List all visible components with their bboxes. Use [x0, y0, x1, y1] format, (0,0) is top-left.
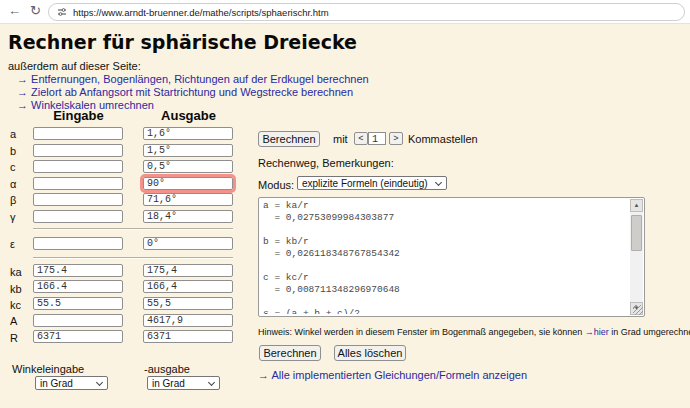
divider [33, 257, 233, 259]
link-entfernungen[interactable]: → Entfernungen, Bogenlängen, Richtungen … [17, 73, 369, 85]
modus-label: Modus: [258, 179, 294, 191]
input-kc[interactable] [33, 297, 123, 310]
row-label-a: a [10, 128, 32, 140]
resize-grip[interactable] [633, 305, 643, 315]
column-header-ausgabe: Ausgabe [140, 108, 237, 123]
output-ka[interactable] [143, 264, 233, 277]
chevron-down-icon [96, 379, 103, 386]
output-epsilon[interactable] [143, 237, 233, 250]
reload-icon[interactable]: ↻ [30, 3, 41, 18]
modus-value: explizite Formeln (eindeutig) [302, 178, 428, 189]
winkelausgabe-label: -ausgabe [144, 363, 190, 375]
output-c[interactable] [143, 160, 233, 173]
site-info-icon[interactable] [57, 7, 67, 17]
back-icon[interactable]: ← [8, 3, 21, 18]
scrollbar[interactable]: ▲ ▼ [630, 199, 643, 315]
browser-toolbar: ← ↻ https://www.arndt-bruenner.de/mathe/… [0, 0, 690, 24]
scrollbar-thumb[interactable] [631, 215, 642, 251]
rechenweg-label: Rechenweg, Bemerkungen: [258, 157, 394, 169]
row-label-c: c [10, 161, 32, 173]
berechnen-button-top[interactable]: Berechnen [258, 131, 320, 147]
address-bar[interactable]: https://www.arndt-bruenner.de/mathe/scri… [48, 3, 685, 21]
input-R[interactable] [33, 330, 123, 343]
row-label-R: R [10, 332, 32, 344]
alles-loeschen-button[interactable]: Alles löschen [334, 345, 406, 361]
row-label-alpha: α [10, 178, 32, 190]
page-root: ← ↻ https://www.arndt-bruenner.de/mathe/… [0, 0, 690, 408]
row-label-A: A [10, 315, 32, 327]
rechenweg-text: a = ka/r = 0,02753099984303877 b = kb/r … [263, 200, 628, 314]
output-kc[interactable] [143, 297, 233, 310]
output-gamma[interactable] [143, 210, 233, 223]
column-header-eingabe: Eingabe [30, 108, 127, 123]
page-title: Rechner für sphärische Dreiecke [8, 31, 357, 53]
also-on-page-label: außerdem auf dieser Seite: [8, 60, 141, 72]
decimals-decrement-button[interactable]: < [354, 132, 368, 145]
row-label-kc: kc [10, 299, 32, 311]
output-alpha-highlighted[interactable] [143, 177, 233, 190]
angle-input-unit-value: in Grad [40, 378, 73, 389]
input-beta[interactable] [33, 193, 123, 206]
berechnen-button-bottom[interactable]: Berechnen [259, 345, 321, 361]
output-A[interactable] [143, 314, 233, 327]
angle-input-unit-select[interactable]: in Grad [35, 376, 108, 390]
input-A[interactable] [33, 314, 123, 327]
url-text: https://www.arndt-bruenner.de/mathe/scri… [73, 7, 329, 18]
chevron-down-icon [208, 379, 215, 386]
chevron-down-icon [435, 179, 442, 186]
output-R[interactable] [143, 330, 233, 343]
winkeleingabe-label: Winkeleingabe [12, 363, 84, 375]
input-ka[interactable] [33, 264, 123, 277]
scroll-up-icon[interactable]: ▲ [630, 199, 643, 212]
row-label-epsilon: ε [10, 238, 32, 250]
hinweis-text: Hinweis: Winkel werden in diesem Fenster… [258, 327, 690, 337]
decimals-increment-button[interactable]: > [389, 132, 403, 145]
input-alpha[interactable] [33, 177, 123, 190]
angle-output-unit-value: in Grad [152, 378, 185, 389]
input-gamma[interactable] [33, 210, 123, 223]
link-zielort[interactable]: → Zielort ab Anfangsort mit Startrichtun… [17, 86, 353, 98]
row-label-gamma: γ [10, 211, 32, 223]
input-epsilon[interactable] [33, 237, 123, 250]
modus-select[interactable]: explizite Formeln (eindeutig) [297, 176, 447, 190]
row-label-kb: kb [10, 283, 32, 295]
output-beta[interactable] [143, 193, 233, 206]
hier-link[interactable]: →hier [585, 327, 609, 337]
input-c[interactable] [33, 160, 123, 173]
output-a[interactable] [143, 127, 233, 140]
input-kb[interactable] [33, 280, 123, 293]
kommastellen-label: Kommastellen [408, 133, 478, 145]
output-kb[interactable] [143, 280, 233, 293]
angle-output-unit-select[interactable]: in Grad [147, 376, 220, 390]
row-label-b: b [10, 145, 32, 157]
input-a[interactable] [33, 127, 123, 140]
row-label-ka: ka [10, 266, 32, 278]
link-alle-formeln[interactable]: → Alle implementierten Gleichungen/Forme… [258, 369, 527, 381]
rechenweg-textarea[interactable]: a = ka/r = 0,02753099984303877 b = kb/r … [258, 197, 645, 317]
mit-label: mit [333, 133, 348, 145]
divider [33, 228, 233, 230]
decimals-value-field[interactable]: 1 [368, 132, 386, 145]
output-b[interactable] [143, 144, 233, 157]
input-b[interactable] [33, 144, 123, 157]
row-label-beta: β [10, 194, 32, 206]
